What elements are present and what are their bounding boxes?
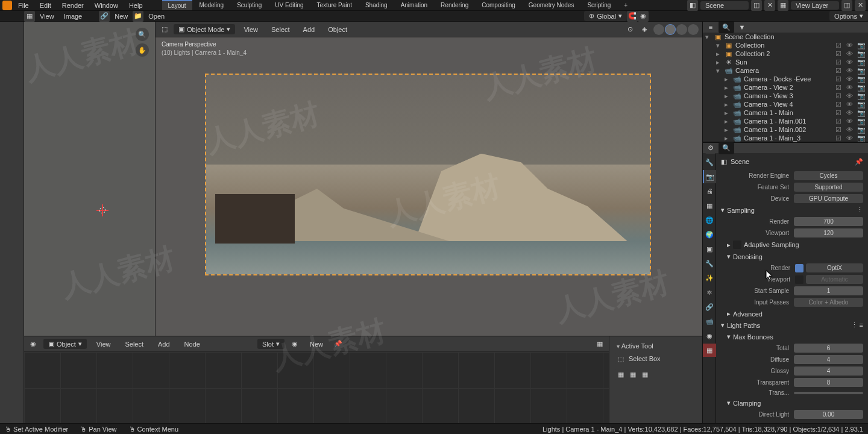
input-passes-dropdown[interactable]: Color + Albedo: [794, 298, 863, 307]
advanced-section[interactable]: ▸ Advanced: [719, 308, 866, 319]
overlay-icon[interactable]: ◈: [639, 24, 650, 35]
prop-tab-render-icon[interactable]: 📷: [703, 170, 716, 183]
slot-dropdown[interactable]: Slot▾: [257, 339, 285, 349]
node-select[interactable]: Select: [120, 339, 148, 349]
menu-render[interactable]: Render: [57, 1, 89, 10]
menu-window[interactable]: Window: [90, 1, 123, 10]
transmission-input[interactable]: [794, 392, 863, 394]
img-link-icon[interactable]: 🔗: [99, 11, 110, 22]
denoising-section[interactable]: ▾ Denoising: [719, 251, 866, 262]
img-view[interactable]: View: [35, 11, 59, 21]
device-dropdown[interactable]: GPU Compute: [794, 194, 863, 203]
prop-tab-modifier-icon[interactable]: 🔧: [703, 257, 716, 270]
outliner-item[interactable]: ▾📹Camera☑👁📷: [703, 66, 868, 75]
feature-set-dropdown[interactable]: Supported: [794, 183, 863, 192]
direct-light-input[interactable]: 0.00: [794, 410, 863, 419]
outliner-type-icon[interactable]: ≡: [705, 22, 716, 33]
proportional-icon[interactable]: ◉: [638, 11, 649, 22]
workspace-shading[interactable]: Shading: [359, 1, 394, 10]
prop-tab-tool-icon[interactable]: 🔧: [703, 156, 716, 169]
adaptive-section[interactable]: ▸ Adaptive Sampling: [719, 239, 866, 251]
shading-rendered-icon[interactable]: [688, 24, 699, 35]
menu-file[interactable]: File: [13, 1, 34, 10]
zoom-icon[interactable]: 🔍: [136, 28, 149, 41]
mode-dropdown[interactable]: ▣Object Mode▾: [174, 24, 235, 34]
workspace-layout[interactable]: Layout: [162, 0, 192, 10]
shading-solid-icon[interactable]: [665, 24, 676, 35]
img-new[interactable]: New: [110, 11, 133, 21]
workspace-texture[interactable]: Texture Paint: [311, 1, 358, 10]
viewlayer-icon[interactable]: ▦: [778, 0, 788, 11]
viewport-canvas[interactable]: Camera Perspective (10) Lights | Camera …: [156, 37, 702, 336]
outliner-item[interactable]: ▸📹Camera 1 - Main_3☑👁📷: [703, 134, 868, 142]
workspace-geonodes[interactable]: Geometry Nodes: [523, 1, 580, 10]
prop-tab-physics-icon[interactable]: ⚛: [703, 286, 716, 299]
material-icon[interactable]: ◉: [289, 339, 300, 350]
sampling-section[interactable]: ▾ Sampling⋮: [719, 204, 866, 216]
render-samples-input[interactable]: 700: [794, 217, 863, 226]
outliner-filter-icon[interactable]: ▼: [737, 22, 747, 33]
viewlayer-del-icon[interactable]: ✕: [855, 0, 866, 11]
tool-opt2-icon[interactable]: ▦: [627, 369, 638, 380]
node-object-dropdown[interactable]: ▣Object▾: [43, 339, 87, 349]
prop-tab-object-icon[interactable]: ▣: [703, 242, 716, 256]
prop-tab-particle-icon[interactable]: ✨: [703, 271, 716, 285]
max-bounces-section[interactable]: ▾ Max Bounces: [719, 331, 866, 342]
menu-help[interactable]: Help: [124, 1, 148, 10]
scene-del-icon[interactable]: ✕: [764, 0, 775, 11]
editor-type-icon[interactable]: ▦: [24, 11, 35, 22]
workspace-sculpting[interactable]: Sculpting: [231, 1, 268, 10]
denoise-viewport-dropdown[interactable]: Automatic: [806, 275, 863, 284]
workspace-animation[interactable]: Animation: [395, 1, 433, 10]
workspace-compositing[interactable]: Compositing: [476, 1, 521, 10]
prop-tab-data-icon[interactable]: 📹: [703, 315, 716, 328]
props-search[interactable]: 🔍: [719, 142, 734, 154]
prop-tab-output-icon[interactable]: 🖨: [703, 184, 716, 198]
denoise-render-dropdown[interactable]: OptiX: [806, 263, 863, 272]
pin-icon[interactable]: 📌: [333, 339, 344, 350]
vp-object[interactable]: Object: [323, 25, 352, 34]
node-add[interactable]: Add: [153, 339, 175, 349]
tool-opt1-icon[interactable]: ▦: [615, 369, 626, 380]
editor-type-3d-icon[interactable]: ⬚: [159, 24, 170, 35]
outliner-tree[interactable]: ▾▣Scene Collection▾▣Collection☑👁📷▸▣Colle…: [703, 33, 868, 142]
img-open-icon[interactable]: 📁: [133, 11, 143, 22]
denoise-viewport-checkbox[interactable]: [795, 275, 804, 284]
pin-context-icon[interactable]: 📌: [855, 158, 863, 166]
glossy-input[interactable]: 4: [794, 366, 863, 376]
viewport-samples-input[interactable]: 120: [794, 228, 863, 237]
outliner-item[interactable]: ▸📹Camera - View 3☑👁📷: [703, 92, 868, 100]
prop-tab-viewlayer-icon[interactable]: ▦: [703, 199, 716, 212]
prop-tab-scene-icon[interactable]: 🌐: [703, 213, 716, 227]
viewlayer-new-icon[interactable]: ◫: [841, 0, 852, 11]
image-canvas[interactable]: 🔍 ✋: [24, 22, 155, 336]
vp-select[interactable]: Select: [266, 25, 295, 34]
transparent-input[interactable]: 8: [794, 378, 863, 387]
render-engine-dropdown[interactable]: Cycles: [794, 171, 863, 180]
node-editor-type-icon[interactable]: ◉: [28, 339, 39, 350]
shading-wireframe-icon[interactable]: [653, 24, 664, 35]
denoise-render-checkbox[interactable]: [795, 264, 804, 272]
props-type-icon[interactable]: ⚙: [705, 143, 716, 154]
total-input[interactable]: 6: [794, 344, 863, 353]
outliner-item[interactable]: ▸📹Camera 1 - Main☑👁📷: [703, 108, 868, 117]
workspace-scripting[interactable]: Scripting: [581, 1, 617, 10]
workspace-add[interactable]: +: [618, 1, 634, 10]
node-canvas[interactable]: [24, 352, 609, 423]
node-overlay-icon[interactable]: ▦: [594, 339, 605, 350]
diffuse-input[interactable]: 4: [794, 355, 863, 364]
gizmo-icon[interactable]: ⊙: [624, 24, 635, 35]
prop-tab-constraint-icon[interactable]: 🔗: [703, 300, 716, 313]
clamping-section[interactable]: ▾ Clamping: [719, 397, 866, 409]
snap-icon[interactable]: 🧲: [627, 11, 638, 22]
prop-tab-world-icon[interactable]: 🌍: [703, 228, 716, 241]
tool-opt3-icon[interactable]: ▦: [640, 369, 650, 380]
select-box-icon[interactable]: ⬚: [615, 353, 626, 364]
pan-icon[interactable]: ✋: [136, 43, 149, 57]
node-node[interactable]: Node: [180, 339, 205, 349]
outliner-item[interactable]: ▸▣Collection 2☑👁📷: [703, 49, 868, 58]
vp-add[interactable]: Add: [298, 25, 320, 34]
workspace-modeling[interactable]: Modeling: [193, 1, 230, 10]
prop-tab-material-icon[interactable]: ◉: [703, 329, 716, 342]
outliner-item[interactable]: ▸📹Camera - View 4☑👁📷: [703, 100, 868, 108]
